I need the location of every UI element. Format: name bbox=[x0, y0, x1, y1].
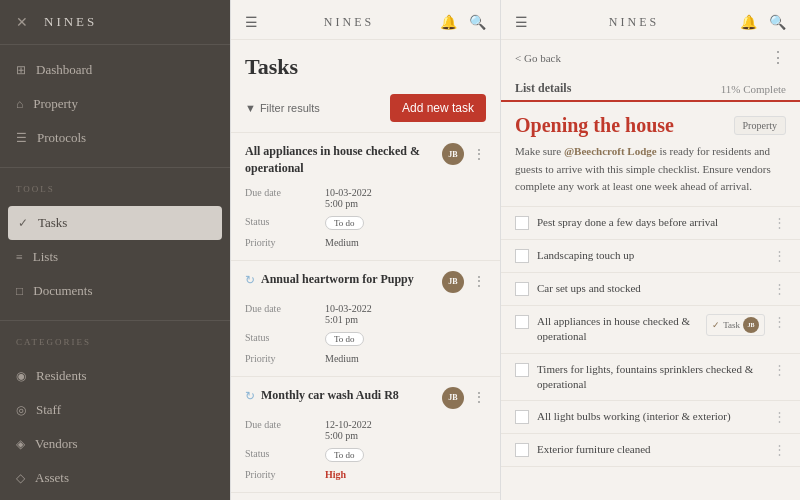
task-menu-icon[interactable]: ⋮ bbox=[472, 389, 486, 406]
filter-button[interactable]: ▼ Filter results bbox=[245, 102, 320, 114]
checkbox[interactable] bbox=[515, 282, 529, 296]
add-task-button[interactable]: Add new task bbox=[390, 94, 486, 122]
complete-label: 11% Complete bbox=[721, 83, 786, 95]
task-detail-title-row: Opening the house Property bbox=[501, 102, 800, 143]
check-label: All light bulbs working (interior & exte… bbox=[537, 409, 765, 424]
sidebar-item-contacts[interactable]: ◻ Contacts bbox=[0, 495, 230, 500]
check-menu-icon[interactable]: ⋮ bbox=[773, 442, 786, 458]
sync-icon: ↻ bbox=[245, 273, 255, 288]
check-item: Car set ups and stocked ⋮ bbox=[501, 273, 800, 306]
categories-nav: ◉ Residents ◎ Staff ◈ Vendors ◇ Assets ◻… bbox=[0, 351, 230, 500]
highlight-text: @Beechcroft Lodge bbox=[564, 145, 657, 157]
go-back-row: < Go back ⋮ bbox=[501, 40, 800, 75]
checkbox[interactable] bbox=[515, 443, 529, 457]
sidebar-item-label: Vendors bbox=[35, 436, 78, 452]
tasks-panel-header: ☰ NINES 🔔 🔍 bbox=[231, 0, 500, 40]
check-label: Timers for lights, fountains sprinklers … bbox=[537, 362, 765, 393]
task-name: Annual heartworm for Puppy bbox=[261, 271, 414, 288]
property-icon: ⌂ bbox=[16, 97, 23, 112]
check-item: Pest spray done a few days before arriva… bbox=[501, 207, 800, 240]
task-card: ↻ Annual heartworm for Puppy JB ⋮ Due da… bbox=[231, 261, 500, 377]
priority-value: Medium bbox=[325, 351, 486, 366]
search-icon[interactable]: 🔍 bbox=[769, 14, 786, 31]
priority-value: Medium bbox=[325, 235, 486, 250]
tasks-title: Tasks bbox=[231, 40, 500, 88]
status-badge: To do bbox=[325, 332, 364, 346]
sidebar-item-label: Staff bbox=[36, 402, 61, 418]
categories-section-label: CATEGORIES bbox=[0, 325, 230, 351]
check-label: Pest spray done a few days before arriva… bbox=[537, 215, 765, 230]
search-icon[interactable]: 🔍 bbox=[469, 14, 486, 31]
checkbox[interactable] bbox=[515, 410, 529, 424]
filter-icon: ▼ bbox=[245, 102, 256, 114]
brand-name: NINES bbox=[44, 14, 97, 30]
task-card: All appliances in house checked & operat… bbox=[231, 133, 500, 261]
task-meta: Due date 10-03-20225:01 pm Status To do … bbox=[245, 301, 486, 366]
lists-icon: ≡ bbox=[16, 250, 23, 265]
check-item: Timers for lights, fountains sprinklers … bbox=[501, 354, 800, 402]
task-card-header: ↻ Annual heartworm for Puppy JB ⋮ bbox=[245, 271, 486, 293]
filter-row: ▼ Filter results Add new task bbox=[231, 88, 500, 133]
check-menu-icon[interactable]: ⋮ bbox=[773, 362, 786, 378]
task-avatar: JB bbox=[442, 143, 464, 165]
check-menu-icon[interactable]: ⋮ bbox=[773, 281, 786, 297]
documents-icon: □ bbox=[16, 284, 23, 299]
checkbox[interactable] bbox=[515, 315, 529, 329]
close-icon[interactable]: ✕ bbox=[16, 14, 32, 30]
due-date: 10-03-20225:00 pm bbox=[325, 185, 486, 211]
checkmark-icon: ✓ bbox=[712, 320, 720, 330]
sidebar-item-dashboard[interactable]: ⊞ Dashboard bbox=[0, 53, 230, 87]
hamburger-icon[interactable]: ☰ bbox=[515, 14, 528, 31]
sidebar-item-documents[interactable]: □ Documents bbox=[0, 274, 230, 308]
check-item: Exterior furniture cleaned ⋮ bbox=[501, 434, 800, 467]
check-menu-icon[interactable]: ⋮ bbox=[773, 409, 786, 425]
task-card-header: ↻ Monthly car wash Audi R8 JB ⋮ bbox=[245, 387, 486, 409]
sidebar-item-label: Assets bbox=[35, 470, 69, 486]
sync-icon: ↻ bbox=[245, 389, 255, 404]
sidebar-item-tasks[interactable]: ✓ Tasks bbox=[8, 206, 222, 240]
check-menu-icon[interactable]: ⋮ bbox=[773, 314, 786, 330]
task-description: Make sure @Beechcroft Lodge is ready for… bbox=[501, 143, 800, 207]
task-title-row: All appliances in house checked & operat… bbox=[245, 143, 442, 177]
sidebar-item-lists[interactable]: ≡ Lists bbox=[0, 240, 230, 274]
check-menu-icon[interactable]: ⋮ bbox=[773, 215, 786, 231]
bell-icon[interactable]: 🔔 bbox=[740, 14, 757, 31]
sidebar-item-label: Dashboard bbox=[36, 62, 92, 78]
check-label: Exterior furniture cleaned bbox=[537, 442, 765, 457]
checkbox[interactable] bbox=[515, 216, 529, 230]
divider bbox=[0, 167, 230, 168]
bell-icon[interactable]: 🔔 bbox=[440, 14, 457, 31]
tools-nav: ✓ Tasks ≡ Lists □ Documents bbox=[0, 198, 230, 316]
task-badge: ✓ Task JB bbox=[706, 314, 765, 336]
right-brand: NINES bbox=[609, 15, 659, 30]
check-badge-row: ✓ Task JB bbox=[706, 314, 765, 336]
property-badge: Property bbox=[734, 116, 786, 135]
sidebar-item-staff[interactable]: ◎ Staff bbox=[0, 393, 230, 427]
sidebar-item-protocols[interactable]: ☰ Protocols bbox=[0, 121, 230, 155]
sidebar-header: ✕ NINES bbox=[0, 0, 230, 45]
check-menu-icon[interactable]: ⋮ bbox=[773, 248, 786, 264]
sidebar-item-label: Documents bbox=[33, 283, 92, 299]
more-options-icon[interactable]: ⋮ bbox=[770, 48, 786, 67]
right-panel-header: ☰ NINES 🔔 🔍 bbox=[501, 0, 800, 40]
dashboard-icon: ⊞ bbox=[16, 63, 26, 78]
status-badge: To do bbox=[325, 216, 364, 230]
sidebar-item-vendors[interactable]: ◈ Vendors bbox=[0, 427, 230, 461]
task-detail-title: Opening the house bbox=[515, 114, 674, 137]
go-back-link[interactable]: < Go back bbox=[515, 52, 561, 64]
checkbox[interactable] bbox=[515, 249, 529, 263]
task-card-header: All appliances in house checked & operat… bbox=[245, 143, 486, 177]
task-name: Monthly car wash Audi R8 bbox=[261, 387, 399, 404]
hamburger-icon[interactable]: ☰ bbox=[245, 14, 258, 31]
checklist: Pest spray done a few days before arriva… bbox=[501, 207, 800, 500]
task-menu-icon[interactable]: ⋮ bbox=[472, 146, 486, 163]
sidebar-item-assets[interactable]: ◇ Assets bbox=[0, 461, 230, 495]
badge-avatar: JB bbox=[743, 317, 759, 333]
sidebar-item-residents[interactable]: ◉ Residents bbox=[0, 359, 230, 393]
task-menu-icon[interactable]: ⋮ bbox=[472, 273, 486, 290]
checkbox[interactable] bbox=[515, 363, 529, 377]
residents-icon: ◉ bbox=[16, 369, 26, 384]
task-meta: Due date 10-03-20225:00 pm Status To do … bbox=[245, 185, 486, 250]
task-card: ↻ Monthly car wash Audi R8 JB ⋮ Due date… bbox=[231, 377, 500, 493]
sidebar-item-property[interactable]: ⌂ Property bbox=[0, 87, 230, 121]
